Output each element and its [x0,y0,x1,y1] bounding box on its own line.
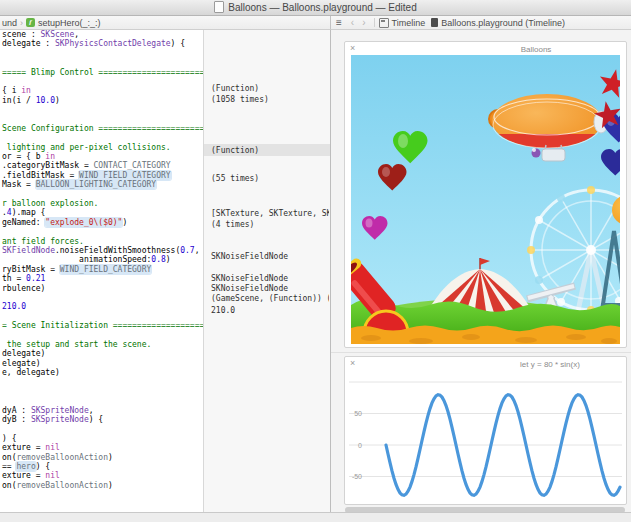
result-item[interactable]: (55 times) [211,174,329,184]
forward-icon[interactable]: › [362,17,365,28]
code-line [2,58,203,67]
code-line: delegate) [2,349,203,358]
results-column: (Function)(1058 times)(Function)(55 time… [203,30,331,512]
result-item[interactable]: [SKTexture, SKTexture, SKTe… [211,209,329,219]
code-line: SKFieldNode.noiseFieldWithSmoothness(0.7… [2,246,203,255]
window-title: Balloons — Balloons.playground — Edited [228,2,416,13]
code-line [2,377,203,386]
balloons-scene [351,55,620,344]
code-line: the setup and start the scene. [2,340,203,349]
code-line [2,331,203,340]
result-item[interactable]: (GameScene, (Function)) ((F… [211,294,329,304]
window-bottom-bar [0,512,631,522]
result-item[interactable]: 210.0 [211,306,329,316]
code-line: .4).map { [2,208,203,217]
code-line [2,293,203,302]
code-line: ryBitMask = WIND_FIELD_CATEGORY [2,265,203,274]
timeline-view-icon [379,18,389,28]
code-line [2,190,203,199]
y-axis-tick-label: 50 [354,410,362,417]
close-icon[interactable]: × [350,359,355,368]
code-line: dyB : SKSpriteNode) { [2,415,203,424]
code-line: elegate) [2,359,203,368]
code-line: geNamed: "explode_0\($0)") [2,218,203,227]
result-item[interactable]: (Function) [211,146,329,156]
code-line: lighting and per-pixel collisions. [2,143,203,152]
code-line [2,105,203,114]
code-lines: scene : SKScene,delegate : SKPhysicsCont… [2,30,203,490]
code-line [2,396,203,405]
code-line [2,312,203,321]
code-line: Scene Configuration ====================… [2,124,203,133]
y-axis-tick-label: -50 [352,473,362,480]
timeline-row-divider [331,352,631,353]
code-line: ===== Blimp Control ====================… [2,68,203,77]
breadcrumb-symbol[interactable]: setupHero(_:_:) [38,18,101,28]
editor-jumpbar: und › f setupHero(_:_:) [0,16,332,30]
code-line [2,133,203,142]
result-item[interactable]: (4 times) [211,220,329,230]
code-line: { i in [2,86,203,95]
code-line: exture = nil [2,471,203,480]
result-item[interactable]: (Function) [211,84,329,94]
code-line: .fieldBitMask = WIND_FIELD_CATEGORY [2,171,203,180]
code-line: .categoryBitMask = CONTACT_CATEGORY [2,161,203,170]
timeline-jumpbar: ≡ ‹ › Timeline Balloons.playground (Time… [330,16,631,30]
balloons-scene-canvas [351,55,620,344]
chart-card-header: × let y = 80 * sin(x) [345,357,626,370]
scene-card: × Balloons [344,41,627,348]
code-line [2,49,203,58]
y-axis-tick-label: 0 [358,442,362,449]
sine-chart-svg: 500-50 [345,374,626,504]
code-line: = Scene Initialization =================… [2,321,203,330]
code-line [2,115,203,124]
code-line [2,227,203,236]
code-line: rbulence) [2,284,203,293]
document-icon [214,1,224,13]
function-icon: f [26,18,35,27]
code-line [2,424,203,433]
jumpbar-divider [374,18,375,27]
window-titlebar: Balloons — Balloons.playground — Edited [0,0,631,16]
back-icon[interactable]: ‹ [351,17,354,28]
code-line: th = 0.21 [2,274,203,283]
code-line: delegate : SKPhysicsContactDelegate) { [2,39,203,48]
breadcrumb-path[interactable]: und [2,18,17,28]
chart-card-title: let y = 80 * sin(x) [520,360,580,369]
code-line: on(removeBalloonAction) [2,453,203,462]
code-line: dyA : SKSpriteNode, [2,406,203,415]
code-line [2,77,203,86]
code-line: 210.0 [2,302,203,311]
timeline-panel: × Balloons [330,30,631,512]
scene-card-title: Balloons [521,45,552,54]
result-item[interactable]: SKNoiseFieldNode [211,284,329,294]
code-line: animationSpeed:0.8) [2,255,203,264]
scene-card-header: × Balloons [345,42,626,55]
code-line: ) { [2,434,203,443]
code-line: or = { b in [2,152,203,161]
code-line: e, delegate) [2,368,203,377]
code-line: Mask = BALLOON_LIGHTING_CATEGORY [2,180,203,189]
code-line: r balloon explosion. [2,199,203,208]
breadcrumb-separator: › [20,18,23,28]
code-line [2,387,203,396]
source-editor[interactable]: scene : SKScene,delegate : SKPhysicsCont… [0,30,203,512]
result-item[interactable]: SKNoiseFieldNode [211,274,329,284]
sine-chart: 500-50 [345,374,626,504]
result-item[interactable]: SKNoiseFieldNode [211,252,329,262]
result-item[interactable]: (1058 times) [211,95,329,105]
timeline-doc-label[interactable]: Balloons.playground (Timeline) [441,18,565,28]
code-line: exture = nil [2,443,203,452]
close-icon[interactable]: × [350,44,355,53]
code-line: ant field forces. [2,237,203,246]
code-line: == hero) { [2,462,203,471]
code-line: in(i / 10.0) [2,96,203,105]
playground-doc-icon [431,18,438,27]
chart-card: × let y = 80 * sin(x) 500-50 [344,356,627,505]
timeline-view-label[interactable]: Timeline [392,18,426,28]
code-line: scene : SKScene, [2,30,203,39]
related-items-icon[interactable]: ≡ [336,17,341,28]
code-line: on(removeBalloonAction) [2,481,203,490]
